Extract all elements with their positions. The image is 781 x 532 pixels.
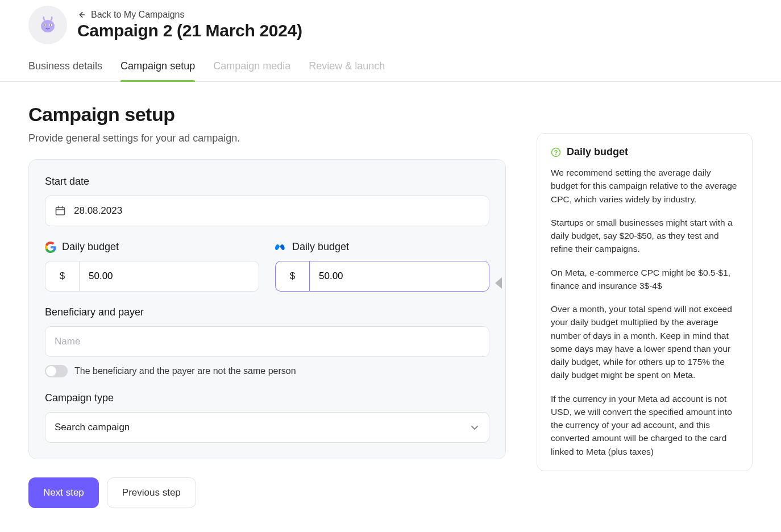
- info-body: We recommend setting the average daily b…: [551, 166, 738, 458]
- meta-currency-symbol: $: [275, 261, 309, 292]
- help-circle-icon: [551, 147, 561, 157]
- info-paragraph: On Meta, e-commerce CPC might be $0.5-$1…: [551, 266, 738, 293]
- beneficiary-input[interactable]: [45, 326, 489, 357]
- tab-review-launch: Review & launch: [309, 60, 385, 81]
- calendar-icon: [55, 205, 66, 217]
- svg-point-0: [41, 20, 55, 32]
- info-panel-pointer-icon: [495, 277, 502, 289]
- previous-step-button[interactable]: Previous step: [107, 477, 196, 508]
- svg-rect-6: [56, 207, 65, 215]
- meta-budget-label: Daily budget: [292, 241, 349, 253]
- beneficiary-field[interactable]: [55, 336, 480, 347]
- google-currency-symbol: $: [45, 261, 79, 292]
- next-step-button[interactable]: Next step: [28, 477, 99, 508]
- google-icon: [45, 242, 56, 253]
- beneficiary-label: Beneficiary and payer: [45, 306, 489, 318]
- campaign-type-select[interactable]: Search campaign: [45, 412, 489, 443]
- campaign-avatar: [28, 6, 67, 44]
- start-date-field[interactable]: [74, 205, 480, 217]
- chevron-down-icon: [470, 422, 480, 433]
- meta-icon: [275, 242, 286, 253]
- avatar-mascot-icon: [38, 15, 58, 35]
- tab-campaign-media: Campaign media: [213, 60, 290, 81]
- svg-point-3: [44, 24, 45, 26]
- setup-form-card: Start date: [28, 159, 506, 459]
- meta-budget-input[interactable]: $: [275, 261, 489, 292]
- campaign-type-label: Campaign type: [45, 392, 489, 404]
- daily-budget-info-panel: Daily budget We recommend setting the av…: [537, 133, 753, 471]
- page-title: Campaign setup: [28, 103, 506, 126]
- wizard-tabs: Business details Campaign setup Campaign…: [0, 60, 781, 82]
- meta-budget-field[interactable]: [309, 261, 489, 292]
- back-to-campaigns-link[interactable]: Back to My Campaigns: [77, 10, 302, 20]
- info-paragraph: Startups or small businesses might start…: [551, 216, 738, 256]
- back-link-label: Back to My Campaigns: [91, 10, 185, 20]
- info-paragraph: We recommend setting the average daily b…: [551, 166, 738, 206]
- campaign-type-value: Search campaign: [55, 422, 130, 433]
- start-date-input[interactable]: [45, 196, 489, 226]
- google-budget-field[interactable]: [79, 261, 259, 292]
- beneficiary-toggle-label: The beneficiary and the payer are not th…: [74, 366, 296, 376]
- start-date-label: Start date: [45, 176, 489, 188]
- svg-point-4: [50, 24, 51, 26]
- beneficiary-different-toggle[interactable]: [45, 365, 68, 377]
- arrow-left-icon: [77, 11, 85, 19]
- page-subtitle: Provide general settings for your ad cam…: [28, 132, 506, 144]
- tab-campaign-setup[interactable]: Campaign setup: [121, 60, 195, 81]
- svg-point-11: [555, 154, 556, 155]
- info-paragraph: If the currency in your Meta ad account …: [551, 392, 738, 458]
- google-budget-input[interactable]: $: [45, 261, 259, 292]
- google-budget-label: Daily budget: [62, 241, 119, 253]
- campaign-title: Campaign 2 (21 March 2024): [77, 21, 302, 40]
- info-paragraph: Over a month, your total spend will not …: [551, 302, 738, 382]
- tab-business-details[interactable]: Business details: [28, 60, 102, 81]
- info-title: Daily budget: [567, 146, 628, 158]
